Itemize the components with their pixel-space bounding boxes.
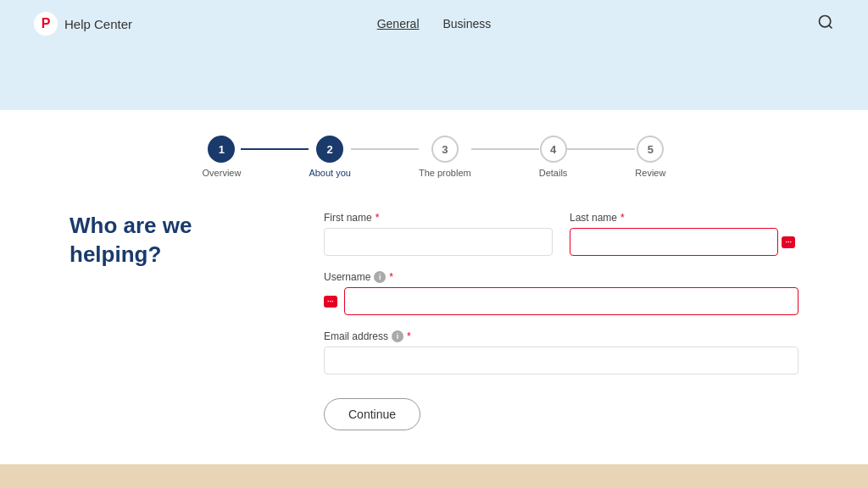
stepper: 1 Overview 2 About you 3 The problem 4 D… bbox=[34, 136, 834, 178]
svg-point-0 bbox=[820, 15, 831, 26]
email-group: Email address i * bbox=[324, 330, 798, 374]
continue-button[interactable]: Continue bbox=[324, 398, 420, 430]
username-group: Username i * ··· bbox=[324, 271, 798, 315]
nav-business[interactable]: Business bbox=[443, 17, 492, 30]
step-4-label: Details bbox=[539, 168, 568, 178]
svg-line-1 bbox=[829, 25, 832, 28]
last-name-label: Last name* bbox=[570, 212, 798, 224]
footer bbox=[0, 464, 868, 488]
step-1-circle: 1 bbox=[208, 136, 235, 163]
email-required: * bbox=[407, 330, 411, 342]
step-3-label: The problem bbox=[419, 168, 471, 178]
email-label: Email address i * bbox=[324, 330, 798, 342]
first-name-group: First name* bbox=[324, 212, 553, 256]
username-info-icon: i bbox=[374, 271, 386, 283]
first-name-input[interactable] bbox=[324, 228, 553, 256]
step-3-circle: 3 bbox=[431, 136, 459, 163]
pinterest-logo-icon: P bbox=[34, 12, 58, 36]
logo-area: P Help Center bbox=[34, 12, 132, 36]
step-5-circle: 5 bbox=[637, 136, 664, 163]
search-icon bbox=[817, 14, 834, 30]
first-name-required: * bbox=[376, 212, 380, 224]
step-3: 3 The problem bbox=[419, 136, 471, 178]
last-name-required: * bbox=[620, 212, 625, 224]
step-2-circle: 2 bbox=[316, 136, 343, 163]
step-1-label: Overview bbox=[203, 168, 242, 178]
last-name-group: Last name* ··· bbox=[570, 212, 798, 256]
connector-1-2 bbox=[241, 148, 309, 150]
step-4-circle: 4 bbox=[540, 136, 567, 163]
step-1: 1 Overview bbox=[203, 136, 242, 178]
step-5: 5 Review bbox=[635, 136, 665, 178]
last-name-error-badge: ··· bbox=[782, 236, 795, 248]
username-error-badge: ··· bbox=[324, 296, 337, 308]
header-nav: General Business bbox=[377, 17, 492, 30]
form-fields: First name* Last name* ··· bbox=[324, 212, 798, 430]
connector-4-5 bbox=[567, 148, 635, 150]
username-row: Username i * ··· bbox=[324, 271, 798, 315]
connector-2-3 bbox=[351, 148, 419, 150]
step-4: 4 Details bbox=[539, 136, 568, 178]
username-input[interactable] bbox=[344, 287, 798, 315]
last-name-input-wrapper: ··· bbox=[570, 228, 798, 256]
name-row: First name* Last name* ··· bbox=[324, 212, 798, 256]
main-content: 1 Overview 2 About you 3 The problem 4 D… bbox=[0, 110, 868, 464]
header: P Help Center General Business bbox=[0, 0, 868, 110]
first-name-label: First name* bbox=[324, 212, 553, 224]
last-name-input[interactable] bbox=[570, 228, 778, 256]
username-required: * bbox=[389, 271, 393, 283]
header-inner: P Help Center General Business bbox=[34, 12, 834, 36]
email-info-icon: i bbox=[392, 330, 403, 342]
search-button[interactable] bbox=[817, 14, 834, 35]
form-heading: Who are we helping? bbox=[70, 212, 273, 430]
step-2-label: About you bbox=[309, 168, 351, 178]
username-input-wrapper: ··· bbox=[324, 287, 798, 315]
email-row: Email address i * bbox=[324, 330, 798, 374]
connector-3-4 bbox=[471, 148, 539, 150]
help-center-title: Help Center bbox=[64, 17, 132, 31]
nav-general[interactable]: General bbox=[377, 17, 420, 30]
email-input[interactable] bbox=[324, 347, 798, 374]
step-2: 2 About you bbox=[309, 136, 351, 178]
step-5-label: Review bbox=[635, 168, 665, 178]
form-section: Who are we helping? First name* Last nam… bbox=[53, 212, 815, 430]
username-label: Username i * bbox=[324, 271, 798, 283]
